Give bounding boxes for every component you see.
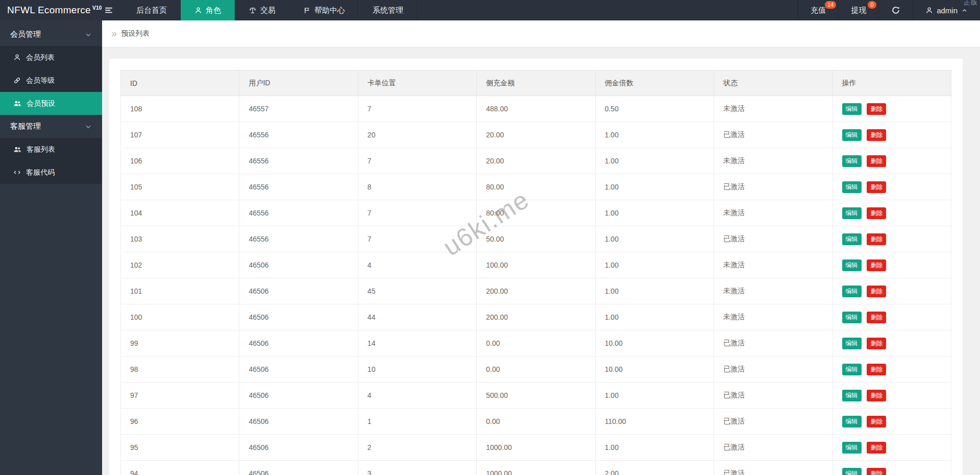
col-header-position: 卡单位置 xyxy=(358,70,476,96)
edit-button[interactable]: 编辑 xyxy=(842,442,862,454)
delete-button[interactable]: 删除 xyxy=(867,416,886,428)
table-row: 107 46556 20 20.00 1.00 已激活 编辑 删除 xyxy=(121,122,951,148)
page-title: 预设列表 xyxy=(121,29,150,38)
app-logo[interactable]: NFWL Ecommerce V10 xyxy=(0,0,95,20)
cell-id: 108 xyxy=(121,96,239,122)
cell-amount: 1000.00 xyxy=(477,435,595,461)
cell-amount: 20.00 xyxy=(477,122,595,148)
edit-button[interactable]: 编辑 xyxy=(842,259,862,271)
col-header-actions: 操作 xyxy=(832,70,951,96)
cell-position: 1 xyxy=(358,409,476,435)
cell-actions: 编辑 删除 xyxy=(832,357,951,383)
user-icon xyxy=(13,54,21,61)
cell-user-id: 46506 xyxy=(239,435,358,461)
scales-icon xyxy=(249,6,257,14)
cell-status: 未激活 xyxy=(714,278,832,304)
cell-status: 已激活 xyxy=(714,330,832,357)
sidebar-item-label: 会员列表 xyxy=(26,53,55,62)
cell-status: 未激活 xyxy=(714,252,832,278)
delete-button[interactable]: 删除 xyxy=(867,259,886,271)
cell-amount: 1000.00 xyxy=(477,461,595,475)
cell-amount: 20.00 xyxy=(477,148,595,174)
delete-button[interactable]: 删除 xyxy=(867,468,886,475)
cell-id: 103 xyxy=(121,226,239,252)
edit-button[interactable]: 编辑 xyxy=(842,155,862,167)
app-version: V10 xyxy=(92,5,102,11)
sidebar-item-member-list[interactable]: 会员列表 xyxy=(0,46,102,69)
chevron-up-icon xyxy=(961,7,968,14)
cell-id: 105 xyxy=(121,174,239,200)
edit-button[interactable]: 编辑 xyxy=(842,233,862,245)
cell-multiple: 1.00 xyxy=(595,304,714,330)
cell-user-id: 46506 xyxy=(239,330,358,357)
cell-status: 未激活 xyxy=(714,148,832,174)
sidebar-group-support[interactable]: 客服管理 xyxy=(0,115,102,138)
cell-user-id: 46556 xyxy=(239,174,358,200)
withdraw-badge: 0 xyxy=(868,1,876,9)
refresh-icon xyxy=(891,6,900,15)
withdraw-button[interactable]: 提现 0 xyxy=(838,0,878,20)
nav-help[interactable]: 帮助中心 xyxy=(289,0,359,20)
delete-button[interactable]: 删除 xyxy=(867,390,886,401)
cell-actions: 编辑 删除 xyxy=(832,304,951,330)
breadcrumb: » 预设列表 xyxy=(102,20,980,48)
table-row: 101 46506 45 200.00 1.00 未激活 编辑 删除 xyxy=(121,278,951,304)
nav-system[interactable]: 系统管理 xyxy=(359,0,417,20)
edit-button[interactable]: 编辑 xyxy=(842,207,862,219)
delete-button[interactable]: 删除 xyxy=(867,103,886,115)
cell-position: 44 xyxy=(358,304,476,330)
edit-button[interactable]: 编辑 xyxy=(842,286,862,297)
col-header-multiple: 佣金倍数 xyxy=(595,70,714,96)
sidebar: 会员管理 会员列表 会员等级 会员预设 客服管理 客服列表 xyxy=(0,20,102,475)
cell-id: 99 xyxy=(121,330,239,357)
recharge-button[interactable]: 充值 14 xyxy=(798,0,838,20)
delete-button[interactable]: 删除 xyxy=(867,312,886,323)
preset-table: ID 用户ID 卡单位置 侧充金额 佣金倍数 状态 操作 108 46557 7… xyxy=(120,70,951,475)
edit-button[interactable]: 编辑 xyxy=(842,390,862,401)
cell-id: 98 xyxy=(121,357,239,383)
delete-button[interactable]: 删除 xyxy=(867,233,886,245)
nav-trade[interactable]: 交易 xyxy=(235,0,289,20)
edit-button[interactable]: 编辑 xyxy=(842,103,862,115)
edit-button[interactable]: 编辑 xyxy=(842,129,862,141)
table-row: 102 46506 4 100.00 1.00 未激活 编辑 删除 xyxy=(121,252,951,278)
cell-status: 已激活 xyxy=(714,226,832,252)
edit-button[interactable]: 编辑 xyxy=(842,181,862,193)
cell-status: 未激活 xyxy=(714,96,832,122)
delete-button[interactable]: 删除 xyxy=(867,338,886,349)
nav-home-label: 后台首页 xyxy=(136,6,167,15)
sidebar-item-member-level[interactable]: 会员等级 xyxy=(0,69,102,92)
nav-trade-label: 交易 xyxy=(260,6,276,15)
cell-position: 3 xyxy=(358,461,476,475)
edit-button[interactable]: 编辑 xyxy=(842,468,862,475)
sidebar-item-support-code[interactable]: 客服代码 xyxy=(0,161,102,184)
cell-status: 已激活 xyxy=(714,357,832,383)
delete-button[interactable]: 删除 xyxy=(867,155,886,167)
table-row: 95 46506 2 1000.00 1.00 已激活 编辑 删除 xyxy=(121,435,951,461)
cell-position: 10 xyxy=(358,357,476,383)
refresh-button[interactable] xyxy=(878,0,913,20)
edit-button[interactable]: 编辑 xyxy=(842,416,862,428)
delete-button[interactable]: 删除 xyxy=(867,442,886,454)
delete-button[interactable]: 删除 xyxy=(867,181,886,193)
menu-icon xyxy=(104,6,113,15)
cell-amount: 200.00 xyxy=(477,304,595,330)
nav-roles[interactable]: 角色 xyxy=(181,0,235,20)
cell-multiple: 1.00 xyxy=(595,226,714,252)
table-row: 97 46506 4 500.00 1.00 已激活 编辑 删除 xyxy=(121,383,951,409)
cell-position: 2 xyxy=(358,435,476,461)
cell-amount: 488.00 xyxy=(477,96,595,122)
nav-home[interactable]: 后台首页 xyxy=(122,0,181,20)
edit-button[interactable]: 编辑 xyxy=(842,338,862,349)
edit-button[interactable]: 编辑 xyxy=(842,312,862,323)
sidebar-item-support-list[interactable]: 客服列表 xyxy=(0,138,102,161)
delete-button[interactable]: 删除 xyxy=(867,207,886,219)
edit-button[interactable]: 编辑 xyxy=(842,364,862,375)
delete-button[interactable]: 删除 xyxy=(867,129,886,141)
sidebar-item-member-preset[interactable]: 会员预设 xyxy=(0,92,102,115)
table-row: 105 46556 8 80.00 1.00 已激活 编辑 删除 xyxy=(121,174,951,200)
delete-button[interactable]: 删除 xyxy=(867,286,886,297)
cell-position: 7 xyxy=(358,96,476,122)
sidebar-group-members[interactable]: 会员管理 xyxy=(0,23,102,46)
delete-button[interactable]: 删除 xyxy=(867,364,886,375)
